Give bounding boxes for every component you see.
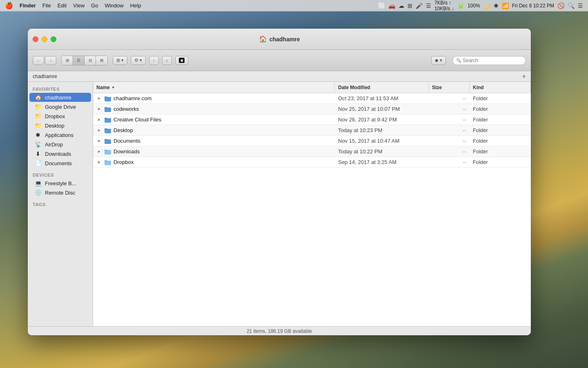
tag-icon: ○ [166,58,169,63]
dropbox-button[interactable]: ◆ ▾ [431,56,446,65]
dropbox-arrow: ▾ [440,58,442,63]
traffic-lights [33,36,56,42]
dropbox-sidebar-icon: 📁 [34,113,42,119]
file-name-label: chadhamre.com [114,95,151,101]
finder-window: 🏠 chadhamre ‹ › ⊞ ☰ ⊟ ⊠ [28,29,531,335]
file-date-cell: Today at 10:22 PM [335,148,429,155]
column-headers: Name ▼ Date Modified Size Kind [93,82,531,93]
titlebar-center: 🏠 chadhamre [259,35,300,43]
gallery-view-button[interactable]: ⊠ [96,56,107,65]
expand-arrow-icon[interactable]: ▶ [96,139,102,143]
applications-icon: ✱ [34,132,42,138]
svg-rect-13 [105,160,107,162]
tag-button[interactable]: ○ [162,56,172,65]
menubar-wifi-icon: 📶 [502,2,509,9]
menubar-mic-icon: 🎤 [416,2,423,9]
sidebar-section-favorites: Favorites [28,85,93,92]
terminal-icon: ■ [179,58,185,63]
file-name-label: Creative Cloud Files [114,117,161,123]
name-column-header[interactable]: Name ▼ [93,82,335,93]
menubar-edit[interactable]: Edit [58,2,67,9]
remote-disc-icon: 💿 [34,189,42,196]
menubar-bluetooth-icon: ✱ [494,2,499,9]
sidebar-item-dropbox[interactable]: 📁 Dropbox [29,112,91,121]
table-row[interactable]: ▶ Dropbox Sep 14, 2017 at 3:25 AM -- Fol… [93,157,531,168]
file-name-cell: ▶ Dropbox [93,159,335,165]
expand-arrow-icon[interactable]: ▶ [96,128,102,132]
sidebar-item-google-drive[interactable]: 📁 Google Drive [29,102,91,111]
column-view-icon: ⊟ [89,58,92,63]
file-name-cell: ▶ codeworks [93,106,335,112]
minimize-button[interactable] [42,36,47,42]
list-view-button[interactable]: ☰ [73,56,85,65]
sidebar-item-remote-disc[interactable]: 💿 Remote Disc [29,188,91,197]
close-button[interactable] [33,36,38,42]
expand-arrow-icon[interactable]: ▶ [96,150,102,153]
size-header-label: Size [432,85,442,90]
menubar-menu-icon[interactable]: ☰ [578,2,583,9]
table-row[interactable]: ▶ Creative Cloud Files Nov 26, 2017 at 9… [93,114,531,125]
search-input[interactable] [463,58,522,63]
file-kind-cell: Folder [470,148,531,155]
menubar-right: ⬜ 🚗 ☁ ⊞ 🎤 ☰ 7KB/s ↑10KB/s ↓ 🔋 100% 🌙 ✱ 📶… [378,0,583,11]
folder-icon [105,149,111,155]
size-column-header[interactable]: Size [429,82,470,93]
sort-arrow-icon: ▼ [111,85,115,90]
sidebar-item-downloads[interactable]: ⬇ Downloads [29,149,91,158]
maximize-button[interactable] [51,36,56,42]
expand-arrow-icon[interactable]: ▶ [96,107,102,111]
settings-icon: ⚙ [134,58,138,63]
column-view-button[interactable]: ⊟ [85,56,96,65]
main-content: Favorites 🏠 chadhamre 📁 Google Drive 📁 D… [28,82,531,326]
titlebar-title: chadhamre [270,36,300,43]
sidebar-item-freestyle-b[interactable]: 💻 Freestyle B... [29,179,91,188]
sidebar-item-desktop[interactable]: 📁 Desktop [29,121,91,130]
menubar-file[interactable]: File [42,2,51,9]
menubar-finder[interactable]: Finder [20,2,36,9]
apple-menu[interactable]: 🍎 [5,2,13,9]
titlebar: 🏠 chadhamre [28,29,531,50]
expand-arrow-icon[interactable]: ▶ [96,96,102,100]
menubar-window[interactable]: Window [105,2,123,9]
file-kind-cell: Folder [470,95,531,101]
desktop-icon: 📁 [34,122,42,129]
add-tab-button[interactable]: + [522,73,526,80]
menubar-help[interactable]: Help [130,2,141,9]
search-bar[interactable]: 🔍 [452,56,526,65]
airdrop-icon: 📡 [34,141,42,148]
file-date-cell: Oct 23, 2017 at 11:53 AM [335,95,429,101]
svg-rect-11 [105,150,107,151]
menubar-go[interactable]: Go [91,2,98,9]
sidebar-item-airdrop[interactable]: 📡 AirDrop [29,140,91,149]
sidebar-item-label-documents: Documents [45,160,72,166]
sidebar-item-documents[interactable]: 📄 Documents [29,159,91,168]
gallery-view-icon: ⊠ [100,58,103,63]
expand-arrow-icon[interactable]: ▶ [96,118,102,121]
action-button[interactable]: ⊞ ▾ [113,56,127,65]
forward-button[interactable]: › [45,56,56,65]
share-button[interactable]: ↑ [149,56,159,65]
table-row[interactable]: ▶ Documents Nov 15, 2017 at 10:47 AM -- … [93,136,531,146]
toolbar: ‹ › ⊞ ☰ ⊟ ⊠ ⊞ ▾ ⚙ ▾ [28,50,531,71]
table-row[interactable]: ▶ chadhamre.com Oct 23, 2017 at 11:53 AM… [93,93,531,104]
file-name-cell: ▶ chadhamre.com [93,95,335,101]
sidebar-item-label-downloads: Downloads [45,151,71,157]
table-row[interactable]: ▶ Desktop Today at 10:23 PM -- Folder [93,125,531,136]
settings-button[interactable]: ⚙ ▾ [131,56,146,65]
icon-view-button[interactable]: ⊞ [62,56,73,65]
expand-arrow-icon[interactable]: ▶ [96,160,102,164]
terminal-button[interactable]: ■ [175,56,188,65]
table-row[interactable]: ▶ codeworks Nov 25, 2017 at 10:07 PM -- … [93,104,531,114]
sidebar-item-label-airdrop: AirDrop [45,141,63,148]
sidebar-item-applications[interactable]: ✱ Applications [29,130,91,139]
menubar-search-icon[interactable]: 🔍 [568,2,575,9]
sidebar-section-devices: Devices [28,171,93,178]
back-button[interactable]: ‹ [33,56,44,65]
menubar-car-icon: 🚗 [388,2,395,9]
menubar-view[interactable]: View [73,2,85,9]
date-column-header[interactable]: Date Modified [335,82,429,93]
kind-column-header[interactable]: Kind [470,82,531,93]
sidebar-item-chadhamre[interactable]: 🏠 chadhamre [29,93,91,102]
table-row[interactable]: ▶ Downloads Today at 10:22 PM -- Folder [93,146,531,157]
svg-rect-9 [105,139,107,140]
